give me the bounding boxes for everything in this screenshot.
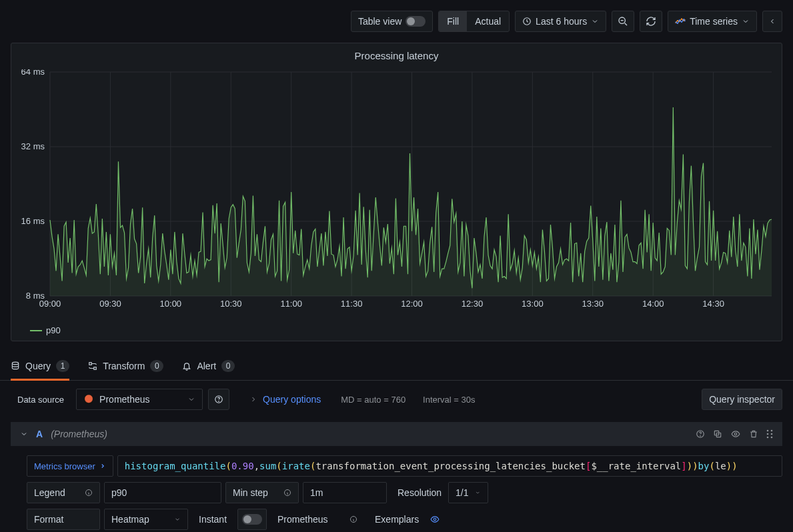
tab-query[interactable]: Query 1 (11, 356, 69, 381)
legend: p90 (11, 324, 782, 341)
datasource-label: Data source (11, 389, 71, 410)
question-icon (214, 395, 223, 404)
resolution-value: 1/1 (456, 487, 468, 498)
eye-icon[interactable] (730, 429, 741, 439)
instant-toggle[interactable] (237, 509, 267, 530)
svg-point-16 (767, 437, 769, 439)
chevron-down-icon (591, 17, 599, 25)
query-row-header: A (Prometheus) (11, 422, 782, 446)
chart-area[interactable] (11, 64, 782, 324)
instant-field-label: Instant (192, 509, 233, 530)
promql-input[interactable]: histogram_quantile(0.90, sum(irate(trans… (117, 455, 782, 477)
query-options-link[interactable]: Query options (263, 394, 321, 405)
editor-tabs: Query 1 Transform 0 Alert 0 (0, 349, 793, 381)
prometheus-icon (83, 394, 94, 405)
editor-toolbar: Table view Fill Actual Last 6 hours Time… (0, 0, 793, 37)
query-inspector-button[interactable]: Query inspector (702, 389, 782, 410)
fill-actual-segmented: Fill Actual (438, 11, 510, 32)
tab-query-label: Query (25, 361, 51, 371)
viz-type-label: Time series (690, 16, 738, 27)
chevron-down-icon[interactable] (20, 430, 28, 438)
zoom-out-button[interactable] (612, 11, 634, 32)
tab-transform-count: 0 (150, 360, 163, 372)
tab-alert-label: Alert (197, 361, 216, 371)
resolution-field-label: Resolution (391, 482, 444, 503)
metrics-browser-button[interactable]: Metrics browser (27, 455, 113, 477)
resolution-select[interactable]: 1/1 (448, 482, 488, 503)
svg-point-14 (767, 433, 769, 435)
time-range-picker[interactable]: Last 6 hours (515, 11, 606, 32)
minstep-input[interactable] (303, 482, 387, 503)
svg-point-21 (434, 518, 436, 521)
time-series-icon (675, 17, 686, 25)
query-row-actions (696, 429, 773, 439)
prometheus-field-label: Prometheus (271, 509, 364, 530)
table-view-toggle[interactable]: Table view (351, 11, 433, 32)
info-icon (283, 489, 291, 497)
zoom-out-icon (618, 16, 628, 27)
collapse-options-button[interactable] (762, 11, 782, 32)
query-editor: A (Prometheus) Metrics browser histogram… (0, 422, 793, 532)
svg-point-12 (767, 430, 769, 432)
minstep-field-label: Min step (225, 482, 299, 503)
chevron-down-icon (742, 17, 750, 25)
datasource-help-button[interactable] (208, 389, 229, 410)
exemplars-field-label: Exemplars (368, 509, 426, 530)
chevron-down-icon (174, 516, 181, 523)
drag-handle-icon[interactable] (766, 429, 773, 439)
transform-icon (88, 361, 97, 371)
query-row-body: Metrics browser histogram_quantile(0.90,… (11, 446, 782, 532)
time-range-label: Last 6 hours (536, 16, 587, 27)
toggle-icon (406, 16, 426, 27)
toggle-icon (242, 514, 262, 525)
trash-icon[interactable] (749, 429, 758, 439)
table-view-label: Table view (358, 16, 402, 27)
legend-field-label: Legend (27, 482, 100, 503)
chevron-down-icon (187, 395, 195, 403)
svg-point-17 (771, 437, 773, 439)
panel: Processing latency p90 (11, 43, 782, 341)
query-options-row: Data source Prometheus Query options MD … (0, 381, 793, 410)
tab-transform-label: Transform (103, 361, 145, 371)
chevron-right-icon (99, 463, 106, 469)
svg-point-15 (771, 433, 773, 435)
svg-rect-4 (94, 367, 97, 370)
chevron-left-icon (768, 17, 776, 26)
tab-transform[interactable]: Transform 0 (88, 356, 163, 381)
chevron-down-icon (475, 489, 481, 496)
query-options-interval: Interval = 30s (423, 395, 475, 405)
query-options-md: MD = auto = 760 (341, 395, 406, 405)
info-icon (85, 489, 93, 497)
svg-point-13 (771, 430, 773, 432)
fill-option[interactable]: Fill (439, 11, 467, 31)
help-icon[interactable] (696, 429, 705, 439)
viz-type-picker[interactable]: Time series (668, 11, 757, 32)
bell-icon (182, 361, 191, 371)
svg-point-8 (700, 436, 701, 437)
query-ref-id[interactable]: A (36, 429, 43, 439)
chevron-right-icon[interactable] (249, 395, 257, 403)
refresh-button[interactable] (640, 11, 662, 32)
tab-alert[interactable]: Alert 0 (182, 356, 235, 381)
svg-rect-3 (89, 363, 92, 365)
svg-point-6 (219, 401, 219, 402)
legend-input[interactable] (104, 482, 221, 503)
copy-icon[interactable] (713, 429, 722, 439)
format-field-label: Format (27, 509, 100, 530)
tab-query-count: 1 (56, 360, 69, 372)
datasource-value: Prometheus (99, 394, 149, 405)
refresh-icon (646, 16, 656, 27)
panel-title: Processing latency (11, 43, 782, 64)
eye-icon[interactable] (430, 515, 440, 524)
datasource-picker[interactable]: Prometheus (76, 389, 203, 410)
info-icon (349, 515, 357, 523)
actual-option[interactable]: Actual (467, 11, 509, 31)
legend-swatch-icon (30, 330, 42, 331)
legend-label: p90 (46, 325, 61, 335)
format-select[interactable]: Heatmap (104, 509, 188, 530)
clock-icon (522, 17, 532, 26)
svg-point-11 (734, 433, 737, 435)
metrics-browser-label: Metrics browser (34, 461, 95, 471)
query-inspector-label: Query inspector (709, 394, 775, 405)
format-value: Heatmap (111, 514, 149, 525)
